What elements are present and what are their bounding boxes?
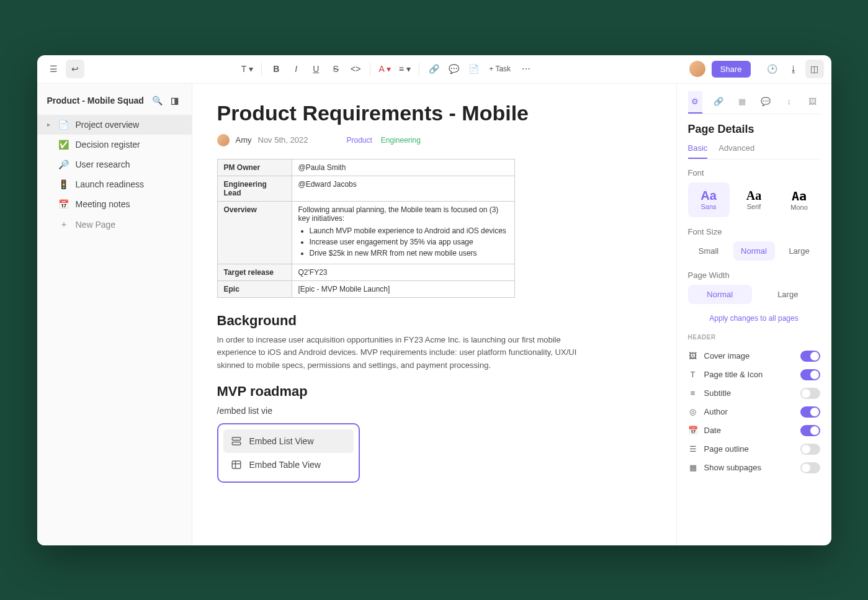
workspace-title: Product - Mobile Squad <box>47 96 144 105</box>
embed-table-view-option[interactable]: Embed Table View <box>223 453 354 477</box>
tag-product[interactable]: Product <box>345 135 373 146</box>
embed-list-view-option[interactable]: Embed List View <box>223 429 354 453</box>
sidebar-item-launch-readiness[interactable]: 🚦 Launch readiness <box>37 174 192 194</box>
overview-item: Increase user engagement by 35% via app … <box>310 238 508 246</box>
sort-tab-icon[interactable]: ↕ <box>782 91 797 114</box>
cell-label: PM Owner <box>217 159 292 176</box>
toggle-switch[interactable] <box>800 351 820 362</box>
history-icon[interactable]: 🕑 <box>763 60 782 78</box>
overview-item: Launch MVP mobile experience to Android … <box>310 226 508 235</box>
search-icon[interactable]: 🔍 <box>151 94 164 107</box>
app-window: ☰ ↩ T ▾ B I U S <> A ▾ ≡ ▾ 🔗 💬 📄 + Task … <box>37 55 831 545</box>
cell-value[interactable]: [Epic - MVP Mobile Launch] <box>292 280 514 297</box>
panel-toggle-icon[interactable]: ◫ <box>805 60 824 78</box>
sidebar-item-meeting-notes[interactable]: 📅 Meeting notes <box>37 194 192 214</box>
text-color-button[interactable]: A ▾ <box>375 60 394 78</box>
toggle-switch[interactable] <box>800 425 820 436</box>
toggle-row: TPage title & Icon <box>688 365 820 384</box>
share-button[interactable]: Share <box>712 61 751 78</box>
settings-tab-icon[interactable]: ⚙ <box>688 91 703 114</box>
new-page-button[interactable]: ＋ New Page <box>37 214 192 235</box>
page-title[interactable]: Product Requirements - Mobile <box>217 101 651 125</box>
slash-command-input[interactable]: /embed list vie <box>217 406 651 416</box>
link-button[interactable]: 🔗 <box>424 60 443 78</box>
page-width-label: Page Width <box>688 271 820 280</box>
sidebar-item-label: User research <box>76 159 130 169</box>
toggle-label: Cover image <box>704 351 750 360</box>
font-size-large[interactable]: Large <box>779 241 820 261</box>
strikethrough-button[interactable]: S <box>326 60 345 78</box>
bold-button[interactable]: B <box>267 60 285 78</box>
toggle-icon: ☰ <box>688 444 698 454</box>
toggle-icon: T <box>688 370 698 379</box>
toggle-row: ≡Subtitle <box>688 384 820 403</box>
font-serif-option[interactable]: Aa Serif <box>733 182 775 217</box>
blocks-tab-icon[interactable]: ▦ <box>735 91 749 114</box>
sidebar-item-decision-register[interactable]: ✅ Decision register <box>37 135 192 154</box>
main-content: Product Requirements - Mobile Amy Nov 5t… <box>192 84 676 545</box>
overview-intro: Following annual planning, the Mobile te… <box>298 205 499 223</box>
toggle-label: Subtitle <box>704 388 731 398</box>
link-tab-icon[interactable]: 🔗 <box>711 91 726 114</box>
italic-button[interactable]: I <box>287 60 305 78</box>
toggle-label: Date <box>704 426 721 435</box>
apply-all-link[interactable]: Apply changes to all pages <box>688 314 820 323</box>
cell-value[interactable]: Q2'FY23 <box>292 264 514 280</box>
attachment-button[interactable]: 📄 <box>464 60 483 78</box>
toggle-label: Author <box>704 407 728 416</box>
sidebar-header: Product - Mobile Squad 🔍 ◨ <box>37 94 192 115</box>
toggle-switch[interactable] <box>800 406 820 418</box>
page-icon: 📄 <box>58 120 69 130</box>
menu-icon[interactable]: ☰ <box>45 60 63 78</box>
toggle-row: ☰Page outline <box>688 440 820 459</box>
more-button[interactable]: ⋯ <box>517 60 535 78</box>
author-name: Amy <box>236 135 252 145</box>
subtab-advanced[interactable]: Advanced <box>718 143 754 159</box>
page-width-normal[interactable]: Normal <box>688 285 753 304</box>
image-tab-icon[interactable]: 🖼 <box>805 91 820 114</box>
undo-button[interactable]: ↩ <box>66 60 84 78</box>
code-button[interactable]: <> <box>346 60 365 78</box>
cell-value[interactable]: Following annual planning, the Mobile te… <box>292 201 514 264</box>
toggle-icon: 🖼 <box>688 351 698 360</box>
toggle-switch[interactable] <box>800 462 820 473</box>
subtab-basic[interactable]: Basic <box>688 143 708 159</box>
font-size-small[interactable]: Small <box>688 241 730 261</box>
page-width-large[interactable]: Large <box>756 285 820 304</box>
download-icon[interactable]: ⭳ <box>784 60 803 78</box>
tag-engineering[interactable]: Engineering <box>380 135 422 146</box>
font-size-normal[interactable]: Normal <box>733 241 775 261</box>
toggle-label: Page title & Icon <box>704 370 763 379</box>
traffic-icon: 🚦 <box>58 179 69 189</box>
background-text[interactable]: In order to increase user acquisition op… <box>217 334 589 372</box>
cell-value[interactable]: @Paula Smith <box>292 159 514 176</box>
embed-menu: Embed List View Embed Table View <box>217 423 360 483</box>
roadmap-heading[interactable]: MVP roadmap <box>217 383 651 400</box>
sidebar-item-user-research[interactable]: 🔎 User research <box>37 154 192 174</box>
overview-item: Drive $25k in new MRR from net new mobil… <box>310 249 508 257</box>
sidebar-item-label: Decision register <box>76 140 140 150</box>
toggle-switch[interactable] <box>800 444 820 455</box>
collapse-sidebar-icon[interactable]: ◨ <box>168 94 182 107</box>
toggle-icon: ◎ <box>688 407 698 416</box>
background-heading[interactable]: Background <box>217 313 651 329</box>
panel-subtabs: Basic Advanced <box>688 143 820 159</box>
cell-value[interactable]: @Edward Jacobs <box>292 176 514 201</box>
comment-button[interactable]: 💬 <box>444 60 463 78</box>
caret-icon: ▸ <box>47 121 52 128</box>
toggle-switch[interactable] <box>800 388 820 399</box>
comments-tab-icon[interactable]: 💬 <box>758 91 773 114</box>
user-avatar[interactable] <box>689 61 705 77</box>
embed-option-label: Embed Table View <box>249 460 321 470</box>
font-mono-option[interactable]: Aa Mono <box>779 182 820 217</box>
underline-button[interactable]: U <box>306 60 325 78</box>
page-date: Nov 5th, 2022 <box>258 135 308 145</box>
sidebar-item-project-overview[interactable]: ▸ 📄 Project overview <box>37 115 192 135</box>
text-style-button[interactable]: T ▾ <box>238 60 256 78</box>
align-button[interactable]: ≡ ▾ <box>395 60 414 78</box>
list-icon <box>231 436 242 447</box>
sidebar-item-label: Project overview <box>76 120 140 130</box>
add-task-button[interactable]: + Task <box>484 65 516 73</box>
font-sans-option[interactable]: Aa Sans <box>688 182 730 217</box>
toggle-switch[interactable] <box>800 369 820 380</box>
